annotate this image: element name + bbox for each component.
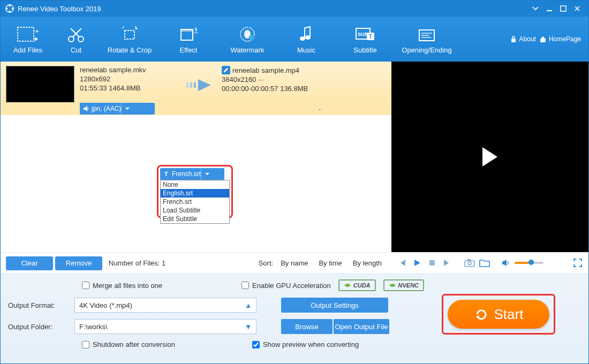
clear-button[interactable]: Clear [6, 256, 53, 270]
fullscreen-button[interactable] [571, 256, 584, 269]
svg-rect-7 [18, 27, 34, 41]
source-duration-size: 01:55:33 1464.8MB [80, 84, 179, 92]
svg-point-2 [6, 7, 8, 10]
output-format-label: Output Format: [8, 301, 67, 309]
gpu-checkbox[interactable]: Enable GPU Acceleration [241, 282, 331, 290]
subtitle-button[interactable]: SUBT Subtitle [336, 17, 395, 62]
shutdown-checkbox[interactable]: Shutdown after conversion [82, 340, 175, 348]
homepage-label: HomePage [549, 35, 581, 43]
remove-button[interactable]: Remove [55, 256, 102, 270]
edit-output-name-icon[interactable] [222, 66, 230, 74]
volume-icon[interactable] [500, 256, 512, 269]
main-toolbar: + Add Files Cut Rotate & Crop Effect Wat… [1, 17, 588, 62]
subtitle-chip[interactable]: T French.srt [160, 168, 224, 180]
output-folder-label: Output Folder: [8, 323, 67, 331]
gpu-label: Enable GPU Acceleration [252, 282, 331, 290]
about-link[interactable]: About [510, 35, 536, 43]
file-count-label: Number of Files: 1 [109, 259, 165, 267]
svg-text:T: T [164, 171, 168, 177]
list-controls: Clear Remove Number of Files: 1 Sort: By… [1, 252, 391, 274]
maximize-button[interactable] [556, 2, 570, 16]
app-logo-icon [5, 4, 14, 13]
output-format-value: 4K Video (*.mp4) [79, 301, 132, 309]
merge-label: Merge all files into one [93, 282, 162, 290]
prev-button[interactable] [396, 256, 409, 269]
effect-button[interactable]: Effect [159, 17, 218, 62]
titlebar-menu-down-icon[interactable] [528, 2, 542, 16]
merge-checkbox[interactable]: Merge all files into one [82, 282, 162, 290]
open-output-file-button[interactable]: Open Output File [334, 319, 389, 334]
home-icon [539, 35, 547, 43]
minimize-button[interactable] [542, 2, 556, 16]
subtitle-option-load[interactable]: Load Subtitle [161, 206, 229, 215]
start-button[interactable]: Start [448, 300, 549, 329]
rotate-crop-button[interactable]: Rotate & Crop [100, 17, 159, 62]
stop-button[interactable] [426, 256, 439, 269]
svg-rect-35 [467, 259, 471, 261]
audio-dropdown-icon[interactable] [121, 103, 133, 115]
chevron-up-icon: ▲ [245, 301, 252, 309]
volume-slider[interactable] [515, 262, 543, 264]
cut-label: Cut [71, 46, 81, 54]
output-settings-button[interactable]: Output Settings [281, 298, 388, 313]
refresh-icon [474, 307, 489, 322]
show-preview-checkbox[interactable]: Show preview when converting [252, 340, 359, 348]
source-resolution: 1280x692 [80, 75, 179, 83]
music-note-icon [298, 25, 314, 44]
source-filename: reneelab sample.mkv [80, 66, 179, 74]
svg-rect-28 [190, 82, 192, 88]
watermark-button[interactable]: Watermark [218, 17, 277, 62]
cut-button[interactable]: Cut [52, 17, 100, 62]
subtitle-chip-label: French.srt [172, 170, 201, 178]
close-button[interactable] [570, 2, 584, 16]
output-format-combo[interactable]: 4K Video (*.mp4) ▲ [74, 298, 256, 313]
film-add-icon: + [17, 25, 39, 44]
preview-controls [391, 252, 588, 274]
bottom-panel: Merge all files into one Enable GPU Acce… [1, 274, 588, 363]
svg-rect-5 [547, 10, 552, 11]
start-highlight-frame: Start [442, 294, 555, 335]
subtitle-dropdown[interactable]: None English.srt French.srt Load Subtitl… [160, 180, 230, 224]
open-folder-button[interactable] [478, 256, 491, 269]
preview-video[interactable] [391, 62, 588, 252]
output-resolution: 3840x2160 ··· [222, 75, 386, 84]
left-pane: reneelab sample.mkv 1280x692 01:55:33 14… [1, 62, 391, 274]
sort-by-length[interactable]: By length [349, 257, 386, 269]
add-files-label: Add Files [13, 46, 42, 54]
chevron-down-icon: ▼ [245, 323, 252, 331]
subtitle-option-english[interactable]: English.srt [161, 189, 229, 198]
browse-button[interactable]: Browse [281, 319, 333, 334]
subtitle-option-french[interactable]: French.srt [161, 198, 229, 206]
audio-track-chip[interactable]: jpn, (AAC) [80, 103, 155, 115]
watermark-icon [238, 25, 257, 44]
homepage-link[interactable]: HomePage [539, 35, 581, 43]
source-meta: reneelab sample.mkv 1280x692 01:55:33 14… [80, 66, 179, 92]
subtitle-t-icon: T [163, 171, 170, 177]
scissors-icon [66, 25, 86, 44]
subtitle-option-edit[interactable]: Edit Subtitle [161, 215, 229, 223]
opening-ending-button[interactable]: Opening/Ending [395, 17, 459, 62]
effect-icon [179, 25, 198, 44]
svg-point-34 [468, 262, 471, 265]
snapshot-button[interactable] [463, 256, 476, 269]
subtitle-dropdown-icon[interactable] [201, 168, 213, 180]
speaker-icon [83, 105, 89, 112]
output-folder-combo[interactable]: F:\works\ ▼ [74, 319, 256, 334]
arrow-icon [179, 74, 222, 96]
next-button[interactable] [441, 256, 454, 269]
subtitle-option-none[interactable]: None [161, 180, 229, 189]
music-button[interactable]: Music [277, 17, 336, 62]
crop-rotate-icon [119, 25, 140, 44]
svg-point-4 [9, 11, 11, 13]
volume-knob[interactable] [528, 260, 534, 265]
play-button[interactable] [411, 256, 424, 269]
about-label: About [519, 35, 536, 43]
svg-rect-27 [186, 82, 188, 88]
file-row[interactable]: reneelab sample.mkv 1280x692 01:55:33 14… [1, 62, 391, 102]
svg-point-1 [9, 5, 11, 7]
add-files-button[interactable]: + Add Files [4, 17, 52, 62]
nvenc-badge: NVENC [383, 279, 425, 291]
sort-by-time[interactable]: By time [314, 257, 346, 269]
sort-by-name[interactable]: By name [276, 257, 312, 269]
cuda-badge: CUDA [338, 279, 376, 291]
